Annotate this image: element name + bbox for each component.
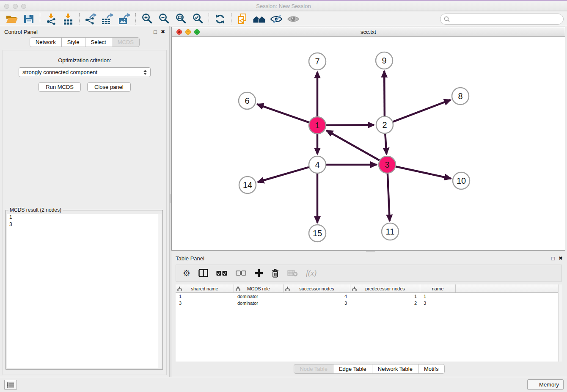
run-mcds-button[interactable]: Run MCDS [39, 82, 81, 92]
table-toolbar: ⚙ [176, 265, 562, 282]
home-button[interactable] [251, 13, 268, 25]
export-table-button[interactable] [99, 13, 116, 25]
table-cell[interactable]: 1 [420, 293, 456, 300]
zoom-selected-button[interactable] [189, 13, 206, 25]
tab-network[interactable]: Network [30, 37, 62, 47]
show-all-button[interactable] [285, 13, 302, 25]
mcds-result-area[interactable]: 1 3 [7, 214, 162, 368]
memory-status-icon [532, 382, 537, 387]
mcds-result-title: MCDS result (2 nodes) [8, 207, 63, 213]
criterion-value: strongly connected component [22, 69, 143, 75]
node-label-9: 9 [382, 56, 386, 65]
export-image-button[interactable] [116, 13, 133, 25]
edge-2-9[interactable] [384, 71, 385, 116]
hide-selected-button[interactable] [268, 13, 285, 25]
result-scrollbar[interactable] [158, 214, 162, 368]
table-cell[interactable]: dominator [234, 293, 284, 300]
open-session-button[interactable] [3, 13, 20, 25]
table-cell[interactable]: 3 [420, 300, 456, 306]
close-panel-icon[interactable]: ✖ [161, 29, 165, 34]
toolbar-separator [79, 13, 80, 25]
trash-icon [271, 268, 279, 278]
close-panel-icon[interactable]: ✖ [559, 256, 563, 261]
edge-1-6[interactable] [257, 104, 309, 122]
window-titlebar: Session: New Session [0, 0, 567, 11]
column-header-predecessor-nodes[interactable]: predecessor nodes [350, 284, 420, 293]
task-list-icon [7, 382, 14, 388]
task-history-button[interactable] [4, 380, 17, 390]
save-icon [23, 14, 35, 25]
column-header-successor-nodes[interactable]: successor nodes [284, 284, 350, 293]
import-table-button[interactable] [60, 13, 77, 25]
edge-4-14[interactable] [258, 167, 309, 182]
tab-node-table[interactable]: Node Table [294, 364, 333, 374]
table-scrollbar[interactable] [558, 284, 562, 362]
table-cell[interactable]: 4 [284, 293, 350, 300]
mcds-result-group: MCDS result (2 nodes) 1 3 [6, 210, 163, 370]
create-column-button[interactable] [254, 269, 263, 278]
zoom-fit-button[interactable] [172, 13, 189, 25]
edge-3-11[interactable] [388, 174, 390, 221]
column-header-name[interactable]: name [420, 284, 456, 293]
delete-columns-button[interactable] [271, 268, 279, 278]
network-graph: 7968124314101511 [172, 37, 565, 251]
refresh-view-button[interactable] [212, 13, 228, 25]
toolbar-separator [231, 13, 231, 25]
splitter-handle[interactable] [170, 194, 171, 203]
tab-style[interactable]: Style [61, 37, 85, 47]
close-panel-button[interactable]: Close panel [87, 82, 131, 92]
table-cell[interactable]: 1 [350, 293, 420, 300]
splitter-handle[interactable] [366, 251, 375, 252]
toolbar-separator [40, 13, 40, 25]
criterion-select[interactable]: strongly connected component [19, 67, 151, 77]
edge-3-1[interactable] [327, 130, 380, 160]
float-panel-icon[interactable]: □ [551, 256, 555, 261]
table-cell[interactable]: dominator [234, 300, 284, 306]
network-window-title: scc.txt [172, 29, 565, 35]
table-cell[interactable]: 3 [284, 300, 350, 306]
edge-2-8[interactable] [393, 100, 451, 122]
tab-select[interactable]: Select [85, 37, 112, 47]
tab-mcds[interactable]: MCDS [112, 37, 140, 47]
select-all-button[interactable] [216, 271, 228, 276]
import-network-button[interactable] [43, 13, 60, 25]
table-settings-button[interactable]: ⚙ [183, 268, 190, 278]
float-panel-icon[interactable]: □ [154, 29, 157, 35]
zoom-out-button[interactable] [155, 13, 172, 25]
tab-network-table[interactable]: Network Table [372, 364, 418, 374]
zoom-in-icon [141, 13, 153, 25]
delete-table-button-disabled [287, 270, 298, 277]
column-label: predecessor nodes [365, 286, 405, 291]
edge-1-2[interactable] [326, 125, 374, 125]
tab-motifs[interactable]: Motifs [418, 364, 445, 374]
function-builder-button-disabled: f(x) [306, 269, 317, 278]
export-network-button[interactable] [82, 13, 99, 25]
show-column-panel-button[interactable] [198, 269, 208, 277]
hierarchy-icon [236, 287, 240, 291]
node-label-11: 11 [386, 227, 395, 236]
zoom-in-button[interactable] [138, 13, 155, 25]
table-cell[interactable]: 3 [176, 300, 234, 306]
memory-button[interactable]: Memory [527, 379, 564, 390]
deselect-all-button[interactable] [236, 271, 246, 276]
table-cell[interactable]: 1 [176, 293, 234, 300]
mcds-panel-content: Optimization criterion: strongly connect… [3, 50, 167, 375]
search-input[interactable] [450, 16, 560, 22]
column-header-shared-name[interactable]: shared name [176, 284, 234, 293]
column-header-mcds-role[interactable]: MCDS role [234, 284, 284, 293]
table-panel-title: Table Panel [176, 255, 204, 262]
save-session-button[interactable] [20, 13, 37, 25]
network-canvas[interactable]: 7968124314101511 [172, 37, 565, 250]
export-network-icon [84, 13, 97, 25]
search-field[interactable] [440, 14, 564, 25]
edge-3-10[interactable] [396, 166, 451, 178]
import-table-icon [62, 13, 74, 25]
table-cell[interactable]: 2 [350, 300, 420, 306]
tab-edge-table[interactable]: Edge Table [333, 364, 372, 374]
refresh-icon [215, 14, 226, 25]
toolbar-separator [209, 13, 209, 25]
column-label: name [432, 286, 444, 291]
export-image-icon [118, 13, 131, 25]
clone-network-button[interactable] [234, 13, 251, 25]
edge-2-3[interactable] [385, 134, 386, 154]
